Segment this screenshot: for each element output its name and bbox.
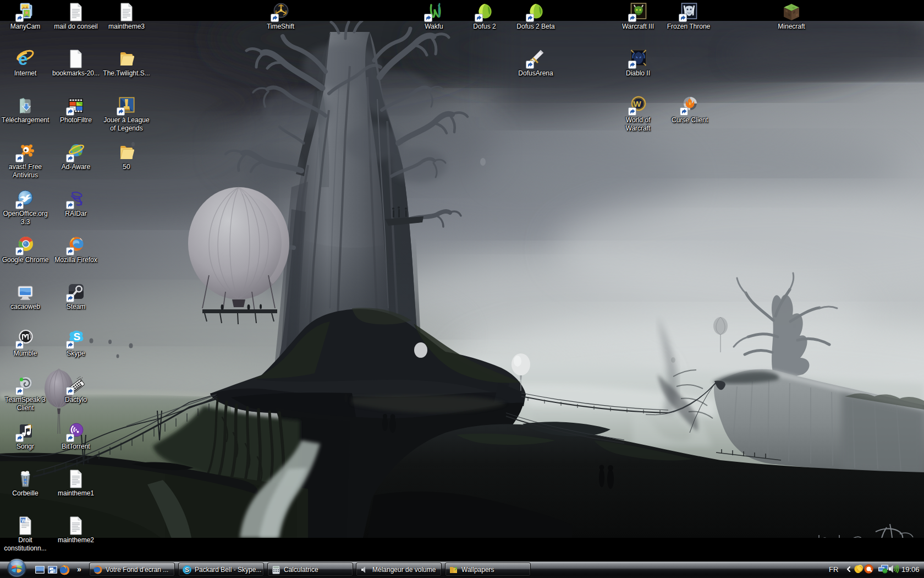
svg-text:S: S [74,331,81,342]
svg-text:S: S [185,566,189,573]
svg-text:W: W [634,99,642,108]
svg-text:W: W [21,518,26,524]
